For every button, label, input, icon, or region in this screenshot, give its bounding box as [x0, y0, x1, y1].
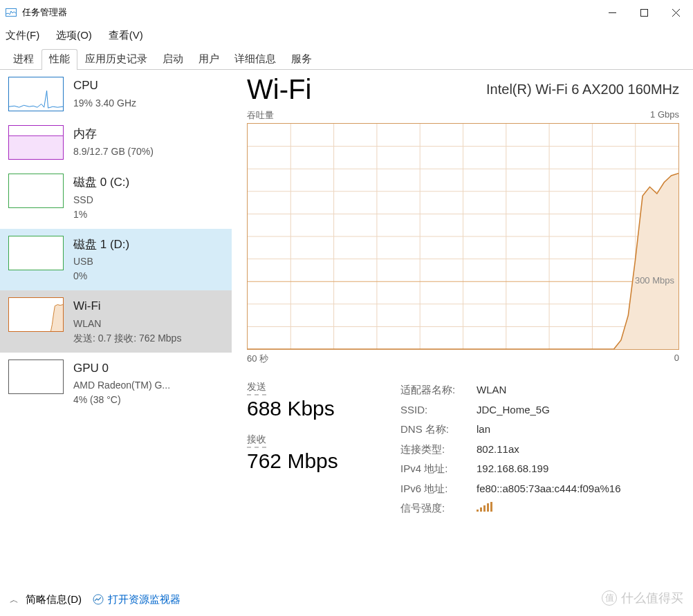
disk0-title: 磁盘 0 (C:): [73, 174, 129, 192]
prop-conn-v: 802.11ax: [477, 440, 621, 460]
cpu-sub: 19% 3.40 GHz: [73, 96, 136, 111]
properties-table: 适配器名称:WLAN SSID:JDC_Home_5G DNS 名称:lan 连…: [400, 380, 621, 519]
sidebar-item-wifi[interactable]: Wi-Fi WLAN 发送: 0.7 接收: 762 Mbps: [0, 290, 232, 353]
watermark-icon: 值: [602, 590, 617, 606]
prop-dns-k: DNS 名称:: [400, 420, 477, 440]
prop-dns-v: lan: [477, 420, 621, 440]
sidebar-item-cpu[interactable]: CPU 19% 3.40 GHz: [0, 70, 232, 118]
gpu-title: GPU 0: [73, 360, 170, 377]
prop-ipv4-k: IPv4 地址:: [400, 459, 477, 479]
chart-ref-label: 300 Mbps: [635, 275, 674, 286]
svg-marker-6: [50, 305, 63, 331]
tab-services[interactable]: 服务: [284, 49, 320, 70]
memory-sub: 8.9/12.7 GB (70%): [73, 144, 154, 159]
menu-view[interactable]: 查看(V): [109, 29, 143, 42]
wifi-title: Wi-Fi: [73, 297, 181, 315]
chart-ylabel: 吞吐量: [247, 109, 274, 122]
fewer-details-button[interactable]: ︿ 简略信息(D): [10, 593, 82, 606]
wifi-sub1: WLAN: [73, 317, 181, 331]
throughput-chart: 300 Mbps: [247, 123, 679, 350]
send-label: 发送: [247, 381, 266, 395]
chart-xleft: 60 秒: [247, 353, 268, 365]
chart-ymax: 1 Gbps: [650, 109, 679, 122]
page-title: Wi-Fi: [247, 74, 311, 105]
svg-rect-2: [640, 9, 647, 16]
tab-users[interactable]: 用户: [191, 49, 227, 70]
chart-xright: 0: [674, 353, 679, 365]
footer: ︿ 简略信息(D) 打开资源监视器: [0, 583, 693, 616]
wifi-thumb-icon: [8, 297, 64, 332]
prop-adapter-v: WLAN: [477, 380, 621, 400]
disk1-title: 磁盘 1 (D:): [73, 236, 129, 254]
memory-title: 内存: [73, 125, 154, 143]
menu-options[interactable]: 选项(O): [56, 29, 92, 42]
tab-app-history[interactable]: 应用历史记录: [77, 49, 155, 70]
disk1-sub2: 0%: [73, 269, 129, 283]
menubar: 文件(F) 选项(O) 查看(V): [0, 25, 693, 49]
recv-label: 接收: [247, 433, 266, 448]
sidebar-item-disk1[interactable]: 磁盘 1 (D:) USB 0%: [0, 229, 232, 291]
sidebar-item-gpu[interactable]: GPU 0 AMD Radeon(TM) G... 4% (38 °C): [0, 353, 232, 415]
titlebar: 任务管理器: [0, 0, 693, 25]
cpu-thumb-icon: [8, 77, 64, 111]
resource-monitor-icon: [93, 594, 104, 605]
gpu-thumb-icon: [8, 360, 64, 394]
svg-rect-5: [9, 136, 63, 159]
memory-thumb-icon: [8, 125, 64, 160]
prop-ipv6-k: IPv6 地址:: [400, 479, 477, 499]
menu-file[interactable]: 文件(F): [6, 29, 39, 42]
svg-point-26: [93, 595, 103, 604]
minimize-button[interactable]: [596, 1, 628, 24]
watermark: 值 什么值得买: [602, 590, 683, 606]
disk0-sub1: SSD: [73, 193, 129, 207]
disk1-sub1: USB: [73, 254, 129, 269]
close-button[interactable]: [660, 1, 692, 24]
sidebar: CPU 19% 3.40 GHz 内存 8.9/12.7 GB (70%) 磁盘…: [0, 70, 232, 577]
signal-bars-icon: [477, 502, 492, 512]
main-panel: Wi-Fi Intel(R) Wi-Fi 6 AX200 160MHz 吞吐量 …: [232, 70, 693, 577]
prop-signal-k: 信号强度:: [400, 498, 477, 519]
sidebar-item-disk0[interactable]: 磁盘 0 (C:) SSD 1%: [0, 167, 232, 229]
send-value: 688 Kbps: [247, 397, 378, 420]
tab-performance[interactable]: 性能: [41, 49, 77, 70]
prop-ipv4-v: 192.168.68.199: [477, 459, 621, 479]
prop-ipv6-v: fe80::a805:73aa:c444:f09a%16: [477, 479, 621, 499]
chevron-up-icon: ︿: [10, 595, 19, 605]
tab-details[interactable]: 详细信息: [227, 49, 284, 70]
disk0-thumb-icon: [8, 174, 64, 208]
disk1-thumb-icon: [8, 236, 64, 270]
cpu-title: CPU: [73, 77, 136, 95]
prop-conn-k: 连接类型:: [400, 440, 477, 460]
gpu-sub1: AMD Radeon(TM) G...: [73, 378, 170, 393]
sidebar-item-memory[interactable]: 内存 8.9/12.7 GB (70%): [0, 118, 232, 167]
wifi-sub2: 发送: 0.7 接收: 762 Mbps: [73, 331, 181, 346]
recv-value: 762 Mbps: [247, 449, 378, 473]
prop-ssid-k: SSID:: [400, 400, 477, 420]
prop-ssid-v: JDC_Home_5G: [477, 400, 621, 420]
app-icon: [6, 7, 17, 18]
maximize-button[interactable]: [628, 1, 660, 24]
watermark-text: 什么值得买: [621, 590, 683, 606]
prop-adapter-k: 适配器名称:: [400, 380, 477, 400]
tab-startup[interactable]: 启动: [155, 49, 191, 70]
tabstrip: 进程 性能 应用历史记录 启动 用户 详细信息 服务: [0, 49, 693, 70]
disk0-sub2: 1%: [73, 207, 129, 222]
gpu-sub2: 4% (38 °C): [73, 393, 170, 407]
tab-processes[interactable]: 进程: [6, 49, 41, 70]
open-resource-monitor-link[interactable]: 打开资源监视器: [93, 593, 181, 606]
window-title: 任务管理器: [22, 6, 67, 19]
adapter-name: Intel(R) Wi-Fi 6 AX200 160MHz: [486, 82, 679, 97]
